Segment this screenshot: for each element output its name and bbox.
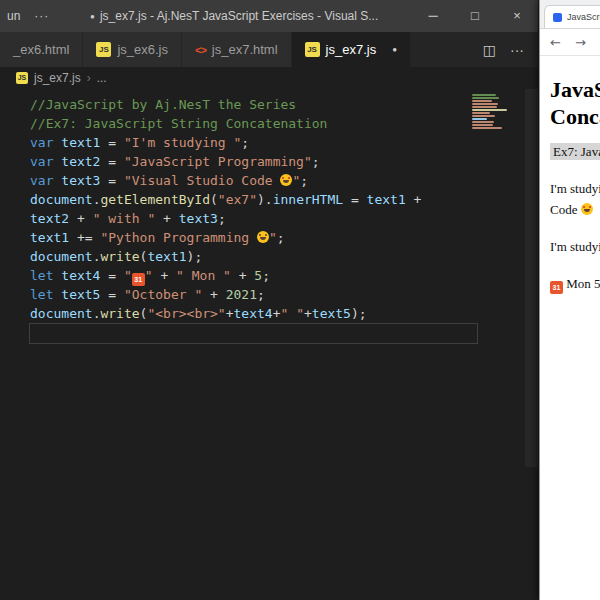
minimap-line [472, 106, 497, 108]
tab-label: js_ex7.html [212, 42, 278, 57]
code-area: //JavaScript by Aj.NesT the Series//Ex7:… [30, 95, 421, 323]
title-bar: un ··· ●js_ex7.js - Aj.NesT JavaScript E… [0, 0, 538, 32]
minimap-line [472, 109, 507, 111]
code-line-10[interactable]: let text4 = "31" + " Mon " + 5; [30, 266, 421, 285]
browser-tab-title: JavaScript String Concatenation [567, 12, 600, 22]
code-line-2[interactable]: //Ex7: JavaScript String Concatenation [30, 114, 421, 133]
output-date-line: 31 Mon 5 October 2021 [550, 273, 600, 294]
minimap-line [472, 115, 495, 117]
minimap-line [472, 94, 496, 96]
code-line-9[interactable]: document.write(text1); [30, 247, 421, 266]
menu-more[interactable]: ··· [27, 9, 56, 23]
minimap-line [472, 118, 487, 120]
marked-text-line: Ex7: JavaScript String Concatenation [550, 144, 600, 160]
editor-tab-bar: _ex6.htmlJSjs_ex6.js<>js_ex7.htmlJSjs_ex… [0, 32, 538, 67]
minimap-line [472, 100, 492, 102]
browser-tab[interactable]: JavaScript String Concatenation [544, 5, 600, 28]
code-line-3[interactable]: var text1 = "I'm studying "; [30, 133, 421, 152]
marked-text: Ex7: JavaScript String Concatenation [550, 143, 600, 160]
browser-window: JavaScript String Concatenation ← → ↻ Ja… [539, 0, 600, 600]
smiley-emoji [581, 203, 593, 215]
breadcrumb-file[interactable]: js_ex7.js [34, 71, 81, 85]
code-line-4[interactable]: var text2 = "JavaScript Programming"; [30, 152, 421, 171]
minimize-button[interactable]: ─ [412, 0, 454, 32]
code-line-6[interactable]: document.getElementById("ex7").innerHTML… [30, 190, 421, 209]
js-file-icon: JS [305, 42, 320, 57]
vscode-window: un ··· ●js_ex7.js - Aj.NesT JavaScript E… [0, 0, 538, 600]
editor-scrollbar[interactable] [525, 89, 538, 467]
breadcrumb-more[interactable]: ... [97, 71, 107, 85]
screenshot-root: un ··· ●js_ex7.js - Aj.NesT JavaScript E… [0, 0, 600, 600]
js-file-icon: JS [16, 72, 28, 84]
menu-run-partial[interactable]: un [0, 9, 27, 23]
window-title: ●js_ex7.js - Aj.NesT JavaScript Exercise… [56, 9, 412, 23]
minimap-line [472, 112, 490, 114]
minimap-line [472, 127, 502, 129]
smiley-emoji [257, 231, 269, 243]
minimap-line [472, 97, 499, 99]
tab-label: js_ex6.js [117, 42, 168, 57]
browser-nav-bar: ← → ↻ [540, 29, 600, 56]
smiley-emoji [280, 174, 292, 186]
minimap-line [472, 121, 494, 123]
editor-more-icon[interactable]: ··· [510, 42, 524, 58]
window-controls: ─ □ × [412, 0, 538, 32]
tab-label: _ex6.html [13, 42, 69, 57]
output-paragraph-1: I'm studying JavaScript Programming with… [550, 178, 600, 220]
cursor-line-highlight [29, 323, 478, 344]
editor-tab-js-ex7-js[interactable]: JSjs_ex7.js● [292, 32, 411, 67]
browser-content: JavaScript String Concatenation Ex7: Jav… [540, 56, 600, 294]
html-file-icon: <> [195, 44, 206, 56]
editor-tab-actions: ◫ ··· [483, 32, 538, 67]
page-heading: JavaScript String Concatenation [550, 76, 600, 130]
back-icon[interactable]: ← [550, 35, 561, 50]
title-modified-dot: ● [90, 12, 95, 21]
code-line-12[interactable]: document.write("<br><br>"+text4+" "+text… [30, 304, 421, 323]
minimap-line [472, 103, 498, 105]
editor-tab-js-ex6-js[interactable]: JSjs_ex6.js [83, 32, 182, 67]
minimap[interactable] [472, 94, 510, 130]
maximize-button[interactable]: □ [454, 0, 496, 32]
code-line-1[interactable]: //JavaScript by Aj.NesT the Series [30, 95, 421, 114]
window-title-text: js_ex7.js - Aj.NesT JavaScript Exercises… [100, 9, 378, 23]
editor-tabs: _ex6.htmlJSjs_ex6.js<>js_ex7.htmlJSjs_ex… [0, 32, 411, 67]
minimap-line [472, 124, 493, 126]
code-line-5[interactable]: var text3 = "Visual Studio Code "; [30, 171, 421, 190]
code-line-7[interactable]: text2 + " with " + text3; [30, 209, 421, 228]
code-line-8[interactable]: text1 += "Python Programming "; [30, 228, 421, 247]
output-paragraph-2: I'm studying Python Programming [550, 236, 600, 257]
browser-tab-strip: JavaScript String Concatenation [540, 0, 600, 29]
split-editor-icon[interactable]: ◫ [483, 42, 496, 58]
calendar-emoji: 31 [550, 281, 563, 294]
breadcrumb-separator-icon: › [87, 71, 91, 85]
editor-tab-js-ex7-html[interactable]: <>js_ex7.html [182, 32, 292, 67]
breadcrumb: JS js_ex7.js › ... [0, 67, 538, 89]
tab-label: js_ex7.js [326, 42, 377, 57]
forward-icon[interactable]: → [575, 35, 586, 50]
browser-tab-favicon [553, 13, 562, 22]
editor-tab--ex6-html[interactable]: _ex6.html [0, 32, 83, 67]
code-editor[interactable]: //JavaScript by Aj.NesT the Series//Ex7:… [0, 89, 538, 600]
close-button[interactable]: × [496, 0, 538, 32]
js-file-icon: JS [96, 42, 111, 57]
code-line-11[interactable]: let text5 = "October " + 2021; [30, 285, 421, 304]
modified-dot[interactable]: ● [392, 45, 397, 54]
